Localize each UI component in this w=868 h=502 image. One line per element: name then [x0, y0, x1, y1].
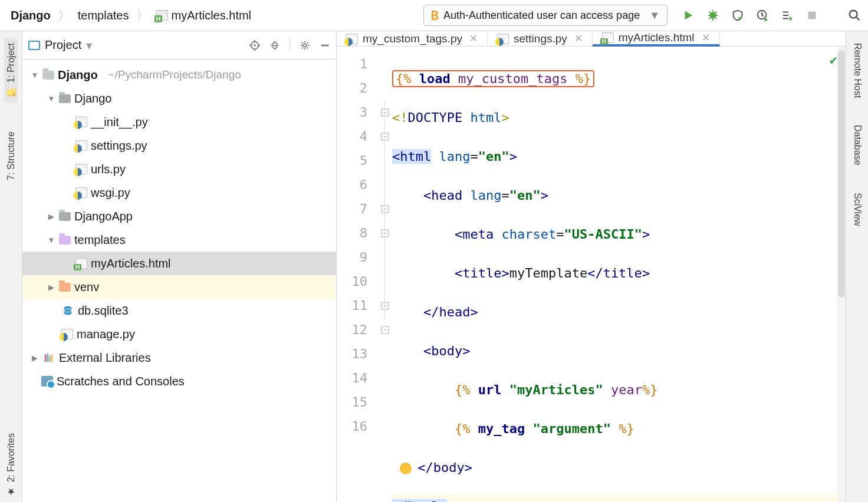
python-file-icon [75, 187, 87, 198]
breadcrumb-sep: 〉 [58, 6, 71, 24]
html-file-icon [602, 32, 614, 43]
tree-external-libraries[interactable]: ▶External Libraries [22, 346, 336, 369]
tree-folder-django[interactable]: ▼Django [22, 87, 336, 110]
svg-rect-13 [49, 355, 51, 362]
tree-file-settings[interactable]: settings.py [22, 134, 336, 157]
tree-file-init[interactable]: __init__.py [22, 110, 336, 134]
concurrency-icon[interactable] [781, 9, 794, 22]
line-number-gutter[interactable]: 12345678910111213141516 [337, 47, 378, 502]
breadcrumb-folder-label: templates [78, 9, 129, 22]
svg-point-7 [254, 44, 256, 47]
tree-item-label: manage.py [77, 328, 135, 341]
code-editor[interactable]: 12345678910111213141516 {% load my_custo… [337, 47, 846, 502]
tree-folder-venv[interactable]: ▶venv [22, 275, 336, 299]
favorites-tool-label: 2: Favorites [6, 433, 17, 483]
gear-icon[interactable] [300, 40, 310, 51]
intention-bulb-icon[interactable] [400, 463, 412, 474]
structure-tool-tab[interactable]: 7: Structure [5, 127, 18, 185]
scrollbar-thumb[interactable] [838, 50, 845, 298]
search-icon[interactable] [848, 9, 861, 22]
tree-file-wsgi[interactable]: wsgi.py [22, 181, 336, 204]
breadcrumb-file-label: myArticles.html [172, 9, 252, 22]
tree-item-label: Django [74, 92, 111, 105]
tree-item-label: Scratches and Consoles [57, 375, 185, 388]
project-tool-tab[interactable]: 📁1: Project [4, 38, 18, 103]
behave-icon: B [431, 8, 439, 23]
breadcrumb-root-label: Django [11, 9, 51, 22]
editor-tab-2[interactable]: myArticles.html✕ [593, 31, 720, 47]
database-tool-tab[interactable]: Database [851, 120, 864, 170]
folder-icon [59, 212, 71, 221]
tree-file-db[interactable]: db.sqlite3 [22, 299, 336, 322]
svg-rect-11 [45, 355, 47, 362]
tree-file-manage[interactable]: manage.py [22, 322, 336, 346]
breadcrumb-root[interactable]: Django [7, 6, 54, 25]
debug-icon[interactable] [706, 9, 719, 22]
run-configuration-label: Auth-Authenticated user can access page [443, 9, 640, 22]
project-tool-label: 1: Project [6, 43, 17, 83]
tree-root[interactable]: ▼Django ~/PycharmProjects/Django [22, 63, 336, 87]
close-icon[interactable]: ✕ [574, 32, 583, 45]
editor-area: my_custom_tags.py✕ settings.py✕ myArticl… [337, 31, 846, 502]
tree-file-urls[interactable]: urls.py [22, 157, 336, 181]
project-view-selector[interactable]: Project ▾ [28, 38, 92, 52]
locate-icon[interactable] [249, 40, 260, 51]
top-toolbar: Django 〉 templates 〉 myArticles.html B A… [0, 0, 868, 31]
tree-root-label: Django [58, 68, 98, 82]
inspection-ok-icon[interactable]: ✔ [830, 52, 837, 67]
code-content[interactable]: {% load my_custom_tags %} <!DOCTYPE html… [392, 47, 846, 502]
expand-all-icon[interactable] [269, 40, 280, 51]
remote-host-label: Remote Host [852, 43, 863, 98]
python-file-icon [497, 34, 509, 44]
python-file-icon [61, 329, 73, 339]
profile-icon[interactable] [756, 9, 769, 22]
project-tree: ▼Django ~/PycharmProjects/Django ▼Django… [22, 60, 336, 502]
python-file-icon [75, 117, 87, 127]
fold-gutter[interactable] [378, 47, 392, 502]
favorites-tool-tab[interactable]: ★2: Favorites [4, 428, 18, 502]
svg-point-3 [850, 11, 857, 18]
project-panel: Project ▾ ▼Django ~/PycharmProjects/Djan… [22, 31, 337, 502]
chevron-down-icon: ▼ [649, 9, 660, 22]
tree-item-label: myArticles.html [91, 257, 171, 270]
run-icon[interactable] [682, 9, 695, 22]
tree-item-label: urls.py [91, 163, 126, 176]
venv-folder-icon [59, 283, 71, 292]
breadcrumb-folder[interactable]: templates [74, 6, 133, 25]
left-tool-strip: 📁1: Project 7: Structure ★2: Favorites [0, 31, 22, 502]
project-icon [28, 41, 40, 50]
tree-folder-djangoapp[interactable]: ▶DjangoApp [22, 204, 336, 228]
libraries-icon [42, 352, 55, 364]
folder-icon [59, 94, 71, 103]
stop-icon[interactable] [805, 9, 818, 22]
templates-folder-icon [59, 236, 71, 245]
breadcrumb-sep: 〉 [136, 6, 149, 24]
scratches-icon [41, 376, 53, 387]
run-coverage-icon[interactable] [731, 9, 744, 22]
editor-tab-0[interactable]: my_custom_tags.py✕ [337, 31, 488, 46]
breadcrumb-file[interactable]: myArticles.html [153, 6, 255, 25]
hide-icon[interactable] [320, 40, 330, 51]
close-icon[interactable]: ✕ [469, 32, 478, 45]
editor-tab-1[interactable]: settings.py✕ [488, 31, 593, 46]
sciview-label: SciView [852, 193, 863, 226]
run-configuration-dropdown[interactable]: B Auth-Authenticated user can access pag… [423, 5, 668, 26]
python-file-icon [346, 34, 358, 44]
svg-rect-14 [51, 355, 53, 362]
sciview-tool-tab[interactable]: SciView [851, 188, 864, 231]
tree-item-label: DjangoApp [74, 210, 133, 223]
tree-folder-templates[interactable]: ▼templates [22, 228, 336, 252]
tree-scratches[interactable]: Scratches and Consoles [22, 369, 336, 393]
tree-item-label: settings.py [91, 139, 147, 153]
chevron-down-icon: ▾ [86, 38, 92, 52]
svg-point-8 [303, 44, 306, 47]
editor-scrollbar[interactable] [837, 47, 846, 502]
editor-tabs: my_custom_tags.py✕ settings.py✕ myArticl… [337, 31, 846, 47]
tree-root-path: ~/PycharmProjects/Django [108, 68, 241, 81]
close-icon[interactable]: ✕ [702, 32, 710, 44]
remote-host-tool-tab[interactable]: Remote Host [851, 38, 864, 103]
database-icon [61, 305, 74, 316]
tree-file-myarticles[interactable]: myArticles.html [22, 252, 336, 275]
tree-item-label: venv [74, 280, 99, 294]
svg-rect-2 [808, 12, 816, 19]
